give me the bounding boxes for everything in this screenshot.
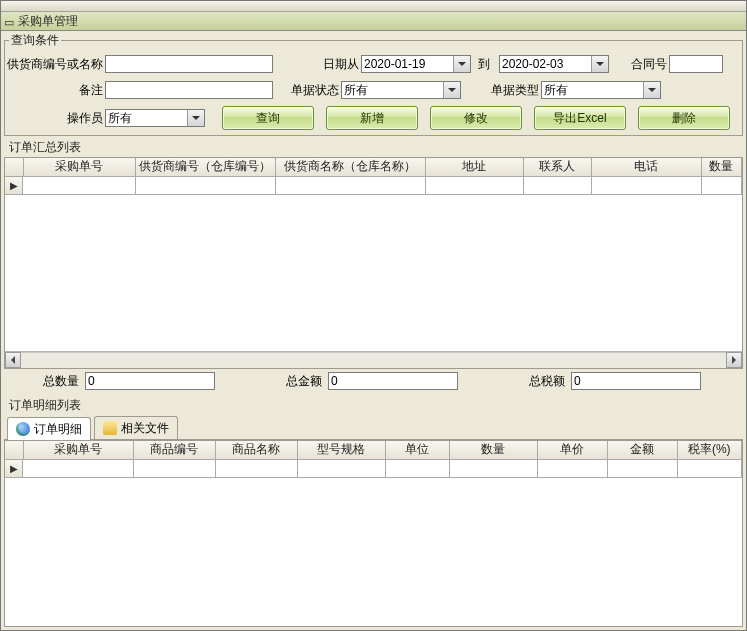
summary-col-4[interactable]: 联系人 [523,158,591,176]
remark-label: 备注 [7,82,105,99]
remark-input[interactable] [105,81,273,99]
chevron-down-icon[interactable] [591,56,608,72]
detail-col-3[interactable]: 型号规格 [297,441,385,459]
total-qty-value [85,372,215,390]
query-conditions-group: 查询条件 供货商编号或名称 日期从 2020-01-19 到 2020-02-0… [4,32,743,136]
supplier-label: 供货商编号或名称 [7,56,105,73]
detail-col-1[interactable]: 商品编号 [133,441,215,459]
detail-empty-cell[interactable] [23,459,133,478]
tab-related-files-label: 相关文件 [121,420,169,437]
detail-list-title: 订单明细列表 [1,393,746,415]
summary-col-2[interactable]: 供货商名称（仓库名称） [275,158,425,176]
subwindow-titlebar[interactable]: ▭ 采购单管理 [1,12,746,31]
total-amount-label: 总金额 [252,373,324,390]
status-label: 单据状态 [279,82,341,99]
summary-col-3[interactable]: 地址 [425,158,523,176]
summary-grid[interactable]: 采购单号 供货商编号（仓库编号） 供货商名称（仓库名称） 地址 联系人 电话 数… [4,157,743,369]
summary-col-1[interactable]: 供货商编号（仓库编号） [135,158,275,176]
total-qty-label: 总数量 [9,373,81,390]
totals-bar: 总数量 总金额 总税额 [1,369,746,393]
tab-order-detail[interactable]: 订单明细 [7,417,91,440]
status-value[interactable]: 所有 [342,82,443,98]
chevron-down-icon[interactable] [187,110,204,126]
type-combo[interactable]: 所有 [541,81,661,99]
window-title: 采购单管理 [18,13,78,30]
scroll-right-icon[interactable] [726,352,742,368]
tab-related-files[interactable]: 相关文件 [94,416,178,439]
chevron-down-icon[interactable] [643,82,660,98]
summary-row-indicator[interactable]: ▶ [5,177,23,195]
date-to-picker[interactable]: 2020-02-03 [499,55,609,73]
type-value[interactable]: 所有 [542,82,643,98]
detail-col-2[interactable]: 商品名称 [215,441,297,459]
contract-input[interactable] [669,55,723,73]
date-to-value[interactable]: 2020-02-03 [500,56,591,72]
supplier-input[interactable] [105,55,273,73]
detail-grid-body[interactable] [5,478,742,626]
detail-col-5[interactable]: 数量 [449,441,537,459]
delete-button[interactable]: 删除 [638,106,730,130]
detail-col-4[interactable]: 单位 [385,441,449,459]
date-from-picker[interactable]: 2020-01-19 [361,55,471,73]
status-combo[interactable]: 所有 [341,81,461,99]
summary-hscrollbar[interactable] [5,351,742,368]
query-conditions-legend: 查询条件 [9,32,61,49]
folder-icon [103,421,117,435]
scroll-track[interactable] [21,352,726,368]
tab-order-detail-label: 订单明细 [34,421,82,438]
query-button[interactable]: 查询 [222,106,314,130]
date-from-label: 日期从 [309,56,361,73]
type-label: 单据类型 [479,82,541,99]
total-tax-label: 总税额 [495,373,567,390]
chevron-down-icon[interactable] [453,56,470,72]
edit-button[interactable]: 修改 [430,106,522,130]
detail-row-indicator[interactable]: ▶ [5,460,23,478]
detail-col-6[interactable]: 单价 [537,441,607,459]
summary-grid-header: 采购单号 供货商编号（仓库编号） 供货商名称（仓库名称） 地址 联系人 电话 数… [5,158,742,195]
operator-label: 操作员 [7,110,105,127]
summary-empty-cell[interactable] [23,176,135,195]
summary-col-5[interactable]: 电话 [591,158,701,176]
summary-col-0[interactable]: 采购单号 [23,158,135,176]
summary-list-title: 订单汇总列表 [1,136,746,157]
date-from-value[interactable]: 2020-01-19 [362,56,453,72]
detail-tabs: 订单明细 相关文件 [4,415,743,440]
total-amount-value [328,372,458,390]
detail-col-0[interactable]: 采购单号 [23,441,133,459]
detail-grid-header: 采购单号 商品编号 商品名称 型号规格 单位 数量 单价 金额 税率(%) ▶ [5,441,742,478]
detail-col-7[interactable]: 金额 [607,441,677,459]
date-to-label: 到 [471,56,499,73]
summary-col-6[interactable]: 数量 [701,158,742,176]
detail-col-8[interactable]: 税率(%) [677,441,742,459]
operator-value[interactable]: 所有 [106,110,187,126]
total-tax-value [571,372,701,390]
chevron-down-icon[interactable] [443,82,460,98]
detail-row-header-blank [5,441,23,459]
summary-row-header-blank [5,158,23,176]
operator-combo[interactable]: 所有 [105,109,205,127]
minimize-icon[interactable]: ▭ [4,16,14,26]
summary-grid-body[interactable] [5,195,742,351]
detail-grid[interactable]: 采购单号 商品编号 商品名称 型号规格 单位 数量 单价 金额 税率(%) ▶ [4,440,743,627]
add-button[interactable]: 新增 [326,106,418,130]
export-excel-button[interactable]: 导出Excel [534,106,626,130]
contract-label: 合同号 [617,56,669,73]
parent-toolbar-strip [1,1,746,12]
scroll-left-icon[interactable] [5,352,21,368]
globe-icon [16,422,30,436]
